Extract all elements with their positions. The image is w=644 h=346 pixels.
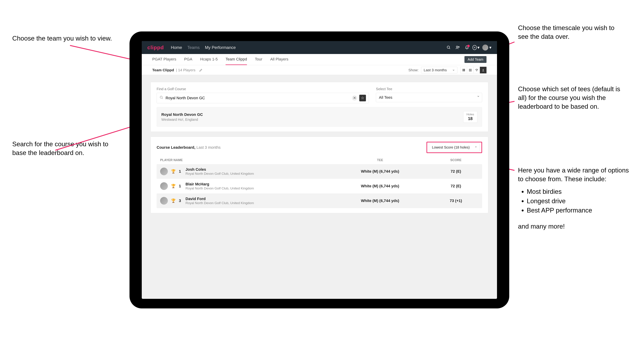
view-grid-icon[interactable] — [467, 67, 474, 73]
edit-icon[interactable] — [198, 68, 203, 72]
svg-rect-20 — [470, 71, 471, 71]
rank: 1 — [179, 184, 182, 188]
notification-icon[interactable] — [464, 44, 470, 51]
player-name: David Ford — [186, 197, 254, 201]
course-search-input-wrap: ✕ ☆ — [156, 93, 369, 103]
svg-line-23 — [162, 98, 163, 99]
user-avatar[interactable] — [482, 44, 488, 50]
nav-home[interactable]: Home — [171, 45, 182, 50]
content-area: Find a Golf Course ✕ ☆ Select Tee All — [142, 75, 497, 299]
svg-rect-16 — [469, 70, 470, 70]
annotation-options-intro: Here you have a wide range of options to… — [518, 167, 629, 183]
score-type-select[interactable]: Lowest Score (18 holes) — [429, 144, 480, 151]
nav-my-performance[interactable]: My Performance — [205, 45, 236, 50]
notification-badge — [467, 45, 470, 47]
nav-teams[interactable]: Teams — [187, 45, 200, 50]
svg-rect-10 — [464, 69, 465, 70]
option-item: Best APP performance — [527, 206, 630, 215]
svg-rect-19 — [469, 71, 470, 71]
svg-point-7 — [456, 46, 458, 47]
select-tee-label: Select Tee — [376, 87, 482, 91]
favorite-icon[interactable]: ☆ — [359, 95, 366, 101]
svg-rect-14 — [470, 69, 471, 70]
annotation-team: Choose the team you wish to view. — [12, 34, 112, 43]
trophy-icon: 🏆 — [171, 169, 176, 174]
search-icon — [160, 96, 164, 100]
svg-rect-13 — [469, 69, 470, 70]
score-value: 73 (+1) — [433, 198, 478, 203]
player-avatar — [160, 168, 168, 175]
option-item: Most birdies — [527, 187, 630, 196]
player-avatar — [160, 197, 168, 205]
top-nav: clippd Home Teams My Performance + ▾ ▾ — [142, 41, 497, 54]
svg-rect-12 — [464, 70, 465, 71]
view-trophy-icon[interactable] — [473, 67, 480, 73]
score-type-highlight: Lowest Score (18 holes) — [426, 142, 482, 153]
svg-point-5 — [447, 46, 450, 48]
score-value: 72 (E) — [433, 184, 478, 188]
col-tee: TEE — [327, 158, 433, 162]
course-name: Royal North Devon GC — [161, 112, 203, 117]
timescale-select[interactable]: Last 3 months — [421, 67, 458, 73]
tee-select[interactable]: All Tees — [376, 93, 482, 102]
leaderboard-row[interactable]: 🏆 1 Josh Coles Royal North Devon Golf Cl… — [156, 164, 482, 179]
app-screen: clippd Home Teams My Performance + ▾ ▾ — [142, 41, 497, 299]
svg-rect-11 — [462, 70, 464, 71]
show-label: Show: — [408, 68, 418, 72]
rank: 1 — [179, 169, 182, 174]
course-summary: Royal North Devon GC Westward Ho!, Engla… — [156, 107, 482, 127]
tee-value: White (M) (6,744 yds) — [327, 184, 433, 188]
player-club: Royal North Devon Golf Club, United King… — [186, 186, 254, 190]
team-tabs: PGAT Players PGA Hcaps 1-5 Team Clippd T… — [142, 54, 497, 65]
course-location: Westward Ho!, England — [161, 118, 203, 122]
clear-icon[interactable]: ✕ — [352, 95, 357, 101]
tab-pga[interactable]: PGA — [184, 54, 192, 65]
team-name: Team Clippd — [152, 68, 174, 72]
tab-hcaps[interactable]: Hcaps 1-5 — [200, 54, 218, 65]
col-score: SCORE — [433, 158, 478, 162]
people-icon[interactable] — [454, 44, 461, 51]
svg-rect-21 — [471, 71, 472, 71]
col-player: PLAYER NAME — [160, 158, 327, 162]
leaderboard-header-row: PLAYER NAME TEE SCORE — [156, 156, 482, 164]
view-card-icon[interactable] — [460, 67, 467, 73]
svg-rect-18 — [471, 70, 472, 70]
annotation-options-more: and many more! — [518, 222, 630, 231]
add-team-button[interactable]: Add Team — [464, 56, 486, 63]
holes-label: Holes — [466, 113, 474, 116]
leaderboard-title: Course Leaderboard, Last 3 months — [156, 145, 221, 150]
trophy-icon: 🏆 — [171, 198, 176, 203]
annotation-options: Here you have a wide range of options to… — [518, 166, 630, 231]
svg-rect-9 — [462, 69, 464, 70]
score-value: 72 (E) — [433, 169, 478, 174]
user-menu-chevron[interactable]: ▾ — [489, 45, 492, 50]
holes-value: 18 — [466, 116, 474, 121]
brand-logo[interactable]: clippd — [147, 44, 164, 50]
tablet-frame: clippd Home Teams My Performance + ▾ ▾ — [130, 31, 509, 309]
tab-pgat-players[interactable]: PGAT Players — [152, 54, 176, 65]
tab-tour[interactable]: Tour — [255, 54, 262, 65]
leaderboard-row[interactable]: 🏆 3 David Ford Royal North Devon Golf Cl… — [156, 193, 482, 208]
team-player-count: 14 Players — [178, 68, 196, 72]
view-download-icon[interactable] — [480, 67, 486, 73]
course-search-input[interactable] — [166, 96, 352, 100]
player-name: Josh Coles — [186, 167, 254, 172]
tee-value: White (M) (6,744 yds) — [327, 198, 433, 203]
tab-team-clippd[interactable]: Team Clippd — [226, 54, 247, 65]
svg-point-22 — [160, 96, 162, 98]
player-name: Blair McHarg — [186, 182, 254, 186]
team-toolbar: Team Clippd | 14 Players Show: Last 3 mo… — [142, 65, 497, 75]
annotation-timescale: Choose the timescale you wish to see the… — [518, 23, 623, 41]
svg-point-8 — [458, 46, 459, 48]
annotation-search: Search for the course you wish to base t… — [12, 140, 117, 157]
tee-value: White (M) (6,744 yds) — [327, 169, 433, 174]
add-icon[interactable]: + ▾ — [472, 44, 480, 51]
course-search-card: Find a Golf Course ✕ ☆ Select Tee All — [150, 82, 488, 132]
player-club: Royal North Devon Golf Club, United King… — [186, 201, 254, 205]
leaderboard-card: Course Leaderboard, Last 3 months Lowest… — [150, 137, 488, 213]
rank: 3 — [179, 198, 182, 203]
tab-all-players[interactable]: All Players — [270, 54, 288, 65]
svg-line-6 — [449, 48, 450, 49]
search-icon[interactable] — [445, 44, 452, 51]
leaderboard-row[interactable]: 🏆 1 Blair McHarg Royal North Devon Golf … — [156, 179, 482, 193]
